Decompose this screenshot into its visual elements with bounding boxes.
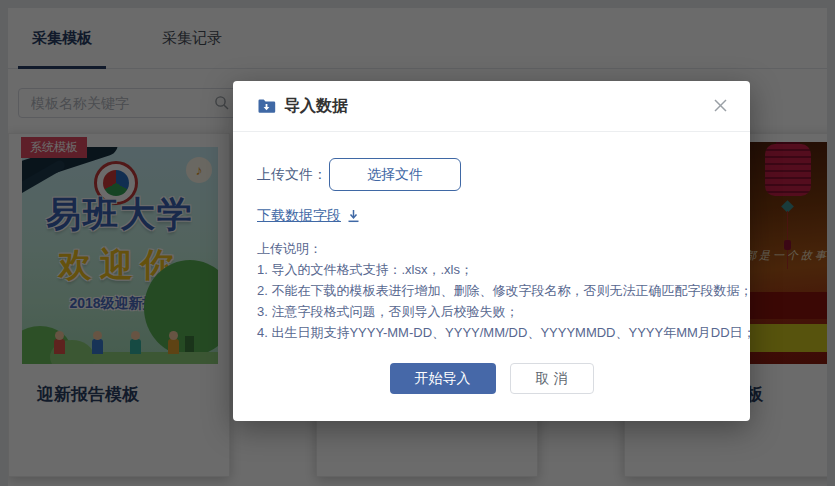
import-folder-icon (257, 98, 276, 114)
start-import-button[interactable]: 开始导入 (390, 363, 496, 394)
download-icon (347, 209, 360, 223)
modal-footer: 开始导入 取 消 (257, 363, 726, 394)
cancel-button[interactable]: 取 消 (510, 363, 594, 394)
download-data-fields-link[interactable]: 下载数据字段 (257, 207, 360, 225)
modal-header: 导入数据 (233, 81, 750, 132)
upload-instructions: 上传说明： 1. 导入的文件格式支持：.xlsx，.xls； 2. 不能在下载的… (257, 238, 726, 343)
instruction-item: 1. 导入的文件格式支持：.xlsx，.xls； (257, 259, 726, 280)
instruction-item: 2. 不能在下载的模板表进行增加、删除、修改字段名称，否则无法正确匹配字段数据； (257, 280, 726, 301)
modal-body: 上传文件： 选择文件 下载数据字段 上传说明： 1. 导入的文件格式支持：.xl… (233, 158, 750, 394)
instruction-item: 3. 注意字段格式问题，否则导入后校验失败； (257, 301, 726, 322)
modal-title: 导入数据 (284, 96, 348, 117)
import-data-modal: 导入数据 上传文件： 选择文件 下载数据字段 上传说明： (233, 81, 750, 421)
download-link-label: 下载数据字段 (257, 207, 341, 225)
close-icon[interactable] (713, 98, 728, 113)
upload-file-label: 上传文件： (257, 166, 327, 184)
instructions-title: 上传说明： (257, 238, 726, 259)
instruction-item: 4. 出生日期支持YYYY-MM-DD、YYYY/MM/DD、YYYYMMDD、… (257, 322, 726, 343)
choose-file-button[interactable]: 选择文件 (329, 158, 461, 191)
